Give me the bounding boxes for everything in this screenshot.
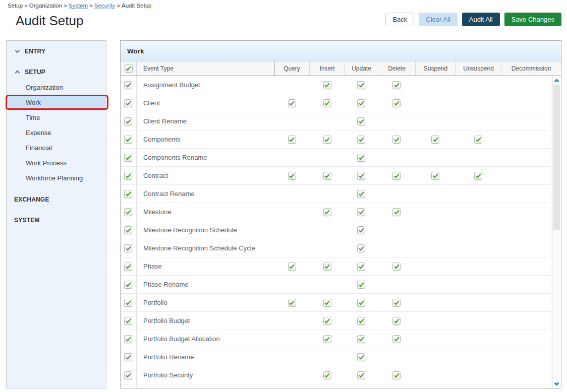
audit-checkbox-update[interactable] xyxy=(357,99,365,107)
row-select-checkbox[interactable] xyxy=(124,136,132,144)
audit-checkbox-query[interactable] xyxy=(288,136,296,144)
audit-checkbox-query[interactable] xyxy=(288,99,296,107)
row-select-cell xyxy=(121,167,137,184)
sidebar-item-work[interactable]: Work xyxy=(7,95,106,110)
audit-checkbox-update[interactable] xyxy=(357,190,365,198)
audit-checkbox-delete[interactable] xyxy=(392,208,401,216)
chevron-up-icon xyxy=(14,70,20,75)
audit-checkbox-insert[interactable] xyxy=(323,335,331,343)
audit-checkbox-suspend[interactable] xyxy=(431,172,439,180)
row-select-checkbox[interactable] xyxy=(124,263,132,271)
sidebar-item-financial[interactable]: Financial xyxy=(7,140,106,155)
select-all-checkbox[interactable] xyxy=(125,64,133,73)
audit-checkbox-delete[interactable] xyxy=(392,263,401,271)
audit-checkbox-delete[interactable] xyxy=(392,317,401,325)
row-select-checkbox[interactable] xyxy=(124,117,132,125)
sidebar-section-entry[interactable]: ENTRY xyxy=(7,44,106,59)
row-select-checkbox[interactable] xyxy=(124,317,132,325)
audit-cell-decommission xyxy=(501,94,551,112)
audit-cell-unsuspend xyxy=(456,276,501,293)
row-select-checkbox[interactable] xyxy=(124,299,132,307)
audit-checkbox-delete[interactable] xyxy=(392,299,401,307)
row-select-checkbox[interactable] xyxy=(124,281,132,289)
row-select-checkbox[interactable] xyxy=(124,353,132,361)
audit-checkbox-delete[interactable] xyxy=(392,172,401,180)
scrollbar-thumb[interactable] xyxy=(553,85,560,230)
breadcrumb-item[interactable]: System xyxy=(69,3,88,9)
audit-checkbox-update[interactable] xyxy=(357,81,365,89)
audit-checkbox-delete[interactable] xyxy=(392,81,401,89)
row-select-checkbox[interactable] xyxy=(124,172,132,180)
audit-checkbox-delete[interactable] xyxy=(392,335,401,343)
audit-checkbox-suspend[interactable] xyxy=(431,136,439,144)
breadcrumb-item[interactable]: Security xyxy=(94,3,116,9)
audit-checkbox-insert[interactable] xyxy=(323,172,331,180)
sidebar-item-time[interactable]: Time xyxy=(7,110,106,125)
audit-checkbox-query[interactable] xyxy=(288,263,296,271)
audit-checkbox-query[interactable] xyxy=(288,299,296,307)
scroll-up-button[interactable] xyxy=(553,76,560,84)
table-row: Assignment Budget xyxy=(121,76,551,94)
audit-checkbox-update[interactable] xyxy=(357,136,365,144)
audit-checkbox-insert[interactable] xyxy=(323,136,331,144)
row-select-cell xyxy=(121,257,137,275)
audit-checkbox-update[interactable] xyxy=(357,353,365,361)
save-changes-button[interactable]: Save Changes xyxy=(504,13,561,26)
audit-all-button[interactable]: Audit All xyxy=(462,13,500,26)
sidebar-section-system[interactable]: SYSTEM xyxy=(7,213,106,228)
check-icon xyxy=(126,136,131,142)
row-select-checkbox[interactable] xyxy=(124,226,132,234)
audit-checkbox-insert[interactable] xyxy=(323,99,331,107)
back-button[interactable]: Back xyxy=(385,13,414,26)
audit-checkbox-update[interactable] xyxy=(357,371,365,379)
row-select-checkbox[interactable] xyxy=(124,154,132,162)
audit-checkbox-update[interactable] xyxy=(357,117,365,125)
sidebar-section-exchange[interactable]: EXCHANGE xyxy=(7,192,106,207)
row-select-cell xyxy=(121,76,137,94)
check-icon xyxy=(359,354,364,359)
audit-checkbox-delete[interactable] xyxy=(392,371,401,379)
audit-checkbox-unsuspend[interactable] xyxy=(474,136,482,144)
audit-checkbox-insert[interactable] xyxy=(323,371,331,379)
sidebar-item-expense[interactable]: Expense xyxy=(7,125,106,140)
clear-all-button[interactable]: Clear All xyxy=(419,13,457,26)
audit-checkbox-update[interactable] xyxy=(357,172,365,180)
check-icon xyxy=(359,190,364,196)
scroll-down-button[interactable] xyxy=(553,380,560,388)
row-select-checkbox[interactable] xyxy=(124,335,132,343)
audit-checkbox-unsuspend[interactable] xyxy=(474,172,482,180)
audit-checkbox-insert[interactable] xyxy=(323,299,331,307)
audit-checkbox-insert[interactable] xyxy=(323,81,331,89)
row-select-checkbox[interactable] xyxy=(124,371,132,379)
audit-checkbox-update[interactable] xyxy=(357,226,365,234)
audit-checkbox-update[interactable] xyxy=(357,244,365,252)
audit-checkbox-insert[interactable] xyxy=(323,263,331,271)
row-select-checkbox[interactable] xyxy=(124,208,132,216)
audit-checkbox-update[interactable] xyxy=(357,299,365,307)
audit-checkbox-update[interactable] xyxy=(357,317,365,325)
audit-cell-query xyxy=(274,149,310,166)
sidebar-section-setup[interactable]: SETUP xyxy=(7,64,106,80)
audit-checkbox-insert[interactable] xyxy=(323,208,331,216)
column-header-unsuspend: Unsuspend xyxy=(456,61,501,76)
audit-checkbox-update[interactable] xyxy=(357,263,365,271)
audit-checkbox-update[interactable] xyxy=(357,281,365,289)
check-icon xyxy=(359,281,364,287)
audit-checkbox-delete[interactable] xyxy=(392,136,401,144)
audit-checkbox-update[interactable] xyxy=(357,208,365,216)
row-select-checkbox[interactable] xyxy=(124,99,132,107)
audit-cell-unsuspend xyxy=(456,257,501,275)
row-select-checkbox[interactable] xyxy=(124,81,132,89)
audit-checkbox-update[interactable] xyxy=(357,335,365,343)
audit-checkbox-insert[interactable] xyxy=(323,317,331,325)
audit-checkbox-delete[interactable] xyxy=(392,99,401,107)
audit-cell-decommission xyxy=(501,276,551,293)
row-select-checkbox[interactable] xyxy=(124,190,132,198)
sidebar-item-work-process[interactable]: Work Process xyxy=(7,155,106,170)
vertical-scrollbar[interactable] xyxy=(552,76,560,388)
sidebar-item-organization[interactable]: Organization xyxy=(7,80,106,95)
audit-checkbox-query[interactable] xyxy=(288,172,296,180)
row-select-checkbox[interactable] xyxy=(124,244,132,252)
sidebar-item-workforce-planning[interactable]: Workforce Planning xyxy=(7,170,106,185)
audit-checkbox-update[interactable] xyxy=(357,154,365,162)
